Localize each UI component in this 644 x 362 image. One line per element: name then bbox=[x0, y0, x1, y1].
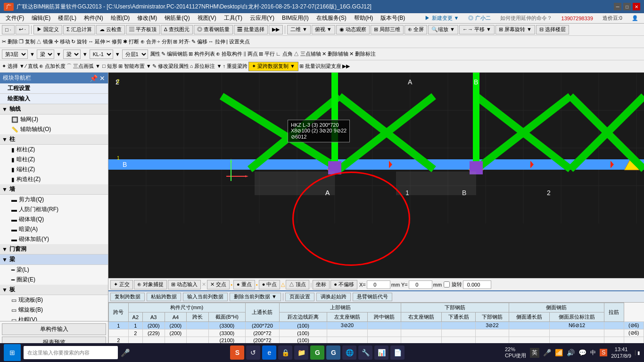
ortho-btn[interactable]: ✦ 正交 bbox=[110, 280, 133, 289]
select-mode-btn[interactable]: ✦ 选择 ▼ bbox=[2, 63, 25, 70]
menu-quantity[interactable]: 钢筋量(Q) bbox=[161, 13, 193, 23]
cell-top-cont[interactable] bbox=[327, 329, 367, 337]
del-note-btn[interactable]: ✕ 删除标注 bbox=[349, 50, 376, 58]
sidebar-item-hidden-beam[interactable]: ▬ 暗梁(A) bbox=[0, 224, 108, 234]
taskbar-app-doc[interactable]: 📄 bbox=[390, 346, 405, 360]
extend-btn[interactable]: ↔ 延伸 bbox=[88, 38, 105, 45]
cell-top-cont[interactable]: 3⊘20 bbox=[327, 322, 367, 329]
menu-tools[interactable]: 工具(T) bbox=[220, 13, 246, 23]
cell-tie[interactable]: (⊘6) bbox=[624, 322, 644, 329]
cell-bot-cont[interactable]: 3⊘22 bbox=[475, 322, 509, 329]
inplace-note-btn[interactable]: ⌂ 原位标注 ▼ bbox=[190, 63, 222, 70]
view-rebar-btn[interactable]: ◎ 查看钢筋量 bbox=[194, 25, 233, 34]
move-btn[interactable]: ✛ 移动 bbox=[54, 38, 70, 45]
cell-left-sup[interactable] bbox=[368, 329, 401, 337]
delete-btn[interactable]: ✂ 删除 bbox=[2, 38, 18, 45]
no-offset-btn[interactable]: ● 不偏移 bbox=[330, 280, 357, 289]
sidebar-cat-column[interactable]: ▼ 柱 bbox=[0, 134, 108, 145]
pick-component-btn[interactable]: ⊕ 拾取构件 bbox=[216, 50, 242, 58]
taskbar-app-g2[interactable]: G bbox=[326, 346, 340, 360]
cell-section[interactable]: (200*720 bbox=[245, 322, 279, 329]
sidebar-cat-beam[interactable]: ▼ 梁 bbox=[0, 255, 108, 265]
taskbar-app-lock[interactable]: 🔒 bbox=[278, 346, 292, 360]
sidebar-cat-wall[interactable]: ▼ 墙 bbox=[0, 184, 108, 195]
rotate-screen-btn[interactable]: ⊞ 屏幕旋转 ▼ bbox=[495, 25, 535, 34]
page-setup-btn[interactable]: 页面设置 bbox=[285, 293, 314, 301]
start-button[interactable]: ⊞ bbox=[4, 344, 21, 361]
line-btn[interactable]: ∕ 直线 bbox=[25, 63, 38, 70]
sidebar-cat-slab[interactable]: ▼ 板 bbox=[0, 285, 108, 295]
sidebar-item-shear-wall[interactable]: ▬ 剪力墙(Q) bbox=[0, 195, 108, 205]
sidebar-item-masonry-wall[interactable]: ▬ 砌体墙(Q) bbox=[0, 214, 108, 224]
batch-identify-btn[interactable]: ⊞ 批量识别梁支座 bbox=[299, 63, 341, 70]
select-floor-btn[interactable]: ⊟ 选择楼层 bbox=[536, 25, 569, 34]
object-snap-btn[interactable]: ⊕ 对象捕捉 bbox=[134, 280, 167, 289]
type-select[interactable]: 梁 bbox=[37, 49, 54, 59]
cell-span[interactable]: 2 bbox=[128, 329, 142, 337]
cell-left-dist[interactable]: (100) bbox=[280, 322, 327, 329]
rotate-btn[interactable]: ↻ 旋转 bbox=[71, 38, 87, 45]
copy-span-btn[interactable]: ✦ 梁跨数据复制 ▼ bbox=[248, 62, 298, 71]
menu-file[interactable]: 文件(F) bbox=[2, 13, 28, 23]
undo-btn[interactable]: ↩ · bbox=[16, 25, 29, 34]
sidebar-item-masonry-rebar[interactable]: ▬ 砌体加筋(Y) bbox=[0, 234, 108, 244]
main-canvas[interactable] bbox=[108, 73, 644, 223]
taskbar-mic-icon[interactable]: 🎤 bbox=[121, 348, 130, 357]
sidebar-cat-axis[interactable]: ▼ 轴线 bbox=[0, 104, 108, 115]
more-btn1[interactable]: ▶▶ bbox=[269, 25, 283, 34]
table-row[interactable]: 1 1 (200) (200) (3300) (200*720 (100) 3⊘… bbox=[109, 322, 644, 329]
level-floor-btn[interactable]: ▤ 平齐板顶 bbox=[126, 25, 160, 34]
new-btn[interactable]: □ · bbox=[2, 25, 15, 34]
taskbar-app-chart[interactable]: 📊 bbox=[374, 346, 388, 360]
2d-btn[interactable]: 二维 ▼ bbox=[287, 25, 311, 34]
del-axis-btn[interactable]: ✕ 删除辅轴 bbox=[322, 50, 348, 58]
cell-bot-steel[interactable] bbox=[509, 322, 550, 329]
mid-pt-snap-btn[interactable]: ● 重点 bbox=[233, 280, 255, 289]
cell-bot-steel[interactable] bbox=[509, 329, 550, 337]
view-btn[interactable]: 俯视 ▼ bbox=[312, 25, 335, 34]
edit-rebar-btn[interactable]: ✎ 编辑钢筋 bbox=[161, 50, 188, 58]
cell-a2[interactable]: (229) bbox=[142, 329, 165, 337]
taskbar-search[interactable] bbox=[24, 346, 118, 359]
zoom-btn[interactable]: 🔍缩放 ▼ bbox=[428, 25, 458, 34]
sidebar-item-hidden-col[interactable]: ▮ 暗柱(Z) bbox=[0, 155, 108, 165]
cell-row-num[interactable]: 1 bbox=[109, 322, 129, 329]
taskbar-app-edge[interactable]: e bbox=[262, 346, 276, 360]
window-controls[interactable]: ─ □ ✕ bbox=[614, 3, 640, 10]
sidebar-item-cast-slab[interactable]: ▭ 现浇板(B) bbox=[0, 295, 108, 305]
taskbar-app-folder[interactable]: 📁 bbox=[294, 346, 308, 360]
input-col-data-btn[interactable]: 输入当前列数据 bbox=[183, 293, 228, 301]
maximize-button[interactable]: □ bbox=[623, 3, 631, 10]
merge-btn[interactable]: ⊕ 合并 bbox=[140, 38, 157, 45]
mirror-btn[interactable]: △ 镜像 bbox=[36, 38, 53, 45]
cell-a2[interactable]: (200) bbox=[142, 322, 165, 329]
dynamic-view-btn[interactable]: ◉ 动态观察 bbox=[336, 25, 370, 34]
layer-select[interactable]: 第3层 bbox=[2, 49, 28, 59]
sidebar-item-end-col[interactable]: ▮ 端柱(Z) bbox=[0, 165, 108, 174]
intersect-snap-btn[interactable]: ✕ 交点 bbox=[207, 280, 230, 289]
sidebar-item-frame-col[interactable]: ▮ 框柱(Z) bbox=[0, 145, 108, 155]
new-change-btn[interactable]: ▶ 新建变更 ▼ bbox=[421, 14, 462, 23]
sidebar-item-ring-beam[interactable]: ━ 圈梁(E) bbox=[0, 275, 108, 285]
taskbar-app-refresh[interactable]: ↺ bbox=[246, 346, 260, 360]
arc-btn[interactable]: ⌒ 三点画弧 ▼ bbox=[66, 63, 100, 70]
swap-start-btn[interactable]: 调换起始跨 bbox=[316, 293, 351, 301]
taskbar-app-tool[interactable]: 🔧 bbox=[358, 346, 372, 360]
canvas-container[interactable]: HKZ L-3 (3) 200*720 X8⊘100 (2) 3⊘20 9⊘22… bbox=[108, 73, 644, 278]
calculate-btn[interactable]: Σ 汇总计算 bbox=[63, 25, 95, 34]
re-span-btn[interactable]: ↑ 重提梁跨 bbox=[223, 63, 248, 70]
cell-left-sup[interactable] bbox=[368, 322, 401, 329]
xiao-er-icon[interactable]: ◎ 广小二 bbox=[464, 14, 494, 23]
cell-mid-span[interactable] bbox=[401, 329, 442, 337]
copy-span-data-btn[interactable]: 复制跨数据 bbox=[110, 293, 145, 301]
split-btn[interactable]: ÷ 分割 bbox=[157, 38, 172, 45]
menu-component[interactable]: 构件(N) bbox=[80, 13, 107, 23]
define-btn[interactable]: ▶ 国定义 bbox=[33, 25, 62, 34]
cantilever-code-btn[interactable]: 悬臂钢筋代号 bbox=[353, 293, 392, 301]
align-btn[interactable]: ⊞ 对齐· bbox=[173, 38, 190, 45]
angle-btn[interactable]: ∟ 点角 bbox=[276, 50, 293, 58]
menu-version[interactable]: 版本号(B) bbox=[377, 13, 409, 23]
component-list-btn[interactable]: ⊞ 构件列表 bbox=[189, 50, 215, 58]
sidebar-content[interactable]: 工程设置 绘图输入 ▼ 轴线 🔲 轴网(J) 📏 辅助轴线(O) ▼ 柱 bbox=[0, 83, 108, 321]
drawing-area[interactable]: HKZ L-3 (3) 200*720 X8⊘100 (2) 3⊘20 9⊘22… bbox=[108, 73, 644, 352]
